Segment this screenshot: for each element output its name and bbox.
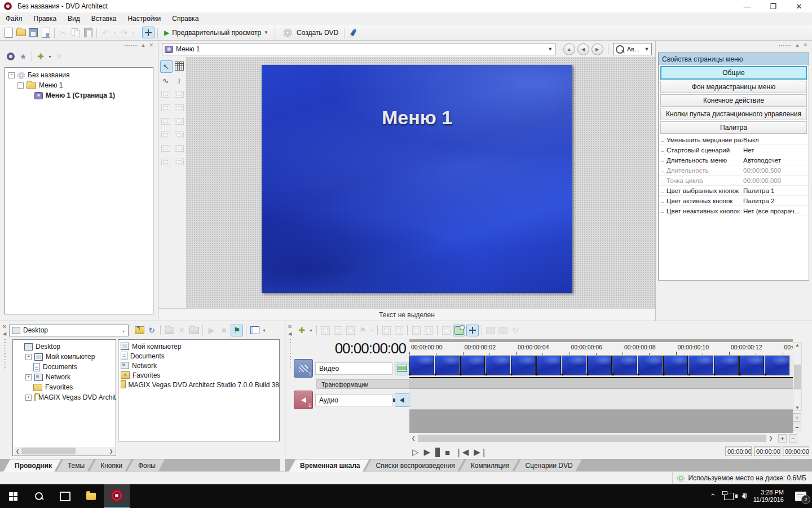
menu-Вставка[interactable]: Вставка <box>86 12 122 25</box>
undo-icon[interactable]: ↶ <box>100 27 111 38</box>
property-row[interactable]: Цвет неактивных кнопокНет (все прозрач..… <box>659 206 809 216</box>
track-zoom-in-button[interactable]: + <box>793 413 801 422</box>
audio-lane[interactable] <box>409 389 793 410</box>
draw-path-icon[interactable]: ∿ <box>160 75 171 86</box>
prop-tab-Конечное действие[interactable]: Конечное действие <box>660 94 807 107</box>
add-page-icon[interactable] <box>345 325 356 336</box>
explorer-path-selector[interactable]: Desktop ⌄ <box>9 325 129 336</box>
tab-Кнопки[interactable]: Кнопки <box>89 459 131 472</box>
same-height-icon[interactable] <box>174 129 185 141</box>
marker-dropdown-icon[interactable]: ▾ <box>369 325 374 336</box>
undo-dropdown-icon[interactable]: ▾ <box>112 27 117 38</box>
menu-Правка[interactable]: Правка <box>28 12 63 25</box>
transforms-row[interactable]: Трансформации <box>316 379 409 389</box>
property-value[interactable]: Палитра 2 <box>743 198 809 204</box>
chevron-down-icon[interactable]: ⌄ <box>119 327 128 333</box>
add-menu-icon[interactable]: ✚ <box>35 51 46 62</box>
prev-region-icon[interactable] <box>485 325 496 336</box>
file-list-item[interactable]: Мой компьютер <box>118 341 279 351</box>
expand-track-icon[interactable] <box>440 325 452 336</box>
align-left-icon[interactable] <box>160 89 171 100</box>
minimize-button[interactable]: — <box>734 0 760 12</box>
file-list-item[interactable]: Documents <box>118 351 279 361</box>
start-button[interactable] <box>0 484 26 508</box>
close-button[interactable]: ✕ <box>786 0 812 12</box>
prop-tab-Палитра[interactable]: Палитра <box>660 121 807 134</box>
explorer-tree-item[interactable]: +Network <box>13 372 116 382</box>
property-value[interactable]: Автоподсчет <box>743 157 809 164</box>
zoom-selector[interactable]: Ав... ▼ <box>613 43 652 55</box>
select-tool-icon[interactable]: ↖ <box>160 60 173 73</box>
time-value-box[interactable]: 00:00:00 <box>754 446 780 456</box>
file-explorer-button[interactable] <box>78 484 104 508</box>
transforms-lane[interactable] <box>409 378 793 389</box>
project-tree-item[interactable]: −Без названия <box>5 70 153 80</box>
new-folder-icon[interactable] <box>164 325 175 336</box>
nav-back-icon[interactable]: ◀ <box>577 43 589 55</box>
dock-grip[interactable] <box>3 338 6 370</box>
dock-collapse-icon[interactable]: ◀ <box>3 331 6 336</box>
space-down-icon[interactable] <box>174 143 185 154</box>
menu-title-text[interactable]: Меню 1 <box>262 107 572 129</box>
delete-file-icon[interactable]: ✕ <box>176 325 187 336</box>
panel-close-icon[interactable]: ✕ <box>803 42 807 48</box>
clock[interactable]: 3:28 PM 11/19/2016 <box>753 489 784 503</box>
snap-objects-icon[interactable] <box>142 27 155 38</box>
scrollbar-thumb[interactable] <box>794 365 801 389</box>
menu-selector[interactable]: ▦ Меню 1 ▼ <box>162 43 555 55</box>
prop-tab-Фон медиастраницы меню[interactable]: Фон медиастраницы меню <box>660 81 807 93</box>
theme-icon[interactable]: ★ <box>17 51 29 62</box>
panel-collapse-icon[interactable]: ▲ <box>795 42 800 48</box>
overview-icon[interactable] <box>5 51 16 62</box>
explorer-tree-item[interactable]: Favorites <box>13 382 116 392</box>
panel-collapse-icon[interactable]: ▲ <box>141 42 146 48</box>
preview-button[interactable]: ▶ Предварительный просмотр ▼ <box>160 27 272 39</box>
scrollbar-thumb[interactable] <box>418 435 766 442</box>
up-folder-icon[interactable] <box>134 325 145 336</box>
preview-dropdown-icon[interactable]: ▼ <box>264 30 268 35</box>
tree-expander-icon[interactable]: + <box>25 395 32 401</box>
notifications-button[interactable]: 2 <box>795 492 806 501</box>
tab-Темы[interactable]: Темы <box>56 459 94 472</box>
audio-track-header[interactable]: 1 Аудио <box>294 390 409 410</box>
track-zoom-out-button[interactable]: − <box>793 423 801 431</box>
property-row[interactable]: Длительность менюАвтоподсчет <box>659 155 809 165</box>
tab-Списки воспроизведения[interactable]: Списки воспроизведения <box>365 459 464 472</box>
add-to-project-icon[interactable] <box>188 325 200 336</box>
export-icon[interactable] <box>381 325 392 336</box>
project-tree-item[interactable]: ★Меню 1 (Страница 1) <box>5 90 153 100</box>
nav-up-icon[interactable]: ▲ <box>563 43 575 55</box>
stop-icon[interactable]: ■ <box>445 448 450 457</box>
panel-grip[interactable]: •••••• <box>779 43 792 48</box>
dock-close-icon[interactable]: ✕ <box>2 323 7 330</box>
scroll-right-icon[interactable]: ❯ <box>767 436 775 441</box>
menu-Справка[interactable]: Справка <box>166 12 204 25</box>
tree-expander-icon[interactable]: − <box>8 72 15 78</box>
upload-icon[interactable] <box>411 325 422 336</box>
stop-media-icon[interactable]: ■ <box>218 325 230 336</box>
property-value[interactable]: 00:00:00.500 <box>743 167 809 174</box>
property-row[interactable]: Уменьшить мерцание раз...Выкл <box>659 135 809 145</box>
edit-colors-icon[interactable] <box>348 27 359 38</box>
property-value[interactable]: Выкл <box>743 137 809 143</box>
same-width-icon[interactable] <box>160 129 171 141</box>
file-list-item[interactable]: Network <box>118 361 279 370</box>
add-slideshow-icon[interactable] <box>332 325 343 336</box>
timeline-zoom-out-button[interactable]: − <box>789 434 797 443</box>
menu-background[interactable]: Меню 1 <box>262 65 572 293</box>
center-in-page-h-icon[interactable] <box>160 156 171 168</box>
redo-icon[interactable]: ↷ <box>118 27 130 38</box>
explorer-tree-hscrollbar[interactable]: ❮ ❯ <box>14 447 115 455</box>
cut-icon[interactable]: ✂ <box>58 27 69 38</box>
menu-Вид[interactable]: Вид <box>62 12 86 25</box>
tab-Компиляция[interactable]: Компиляция <box>460 459 519 472</box>
tree-expander-icon[interactable]: − <box>17 82 24 89</box>
timeline-vscrollbar[interactable]: ▲ ▼ <box>793 342 802 411</box>
menu-Настройки[interactable]: Настройки <box>122 12 166 25</box>
menu-canvas[interactable]: Меню 1 <box>187 57 655 308</box>
open-icon[interactable] <box>15 27 27 38</box>
property-value[interactable]: Нет (все прозрач... <box>743 208 809 214</box>
tab-Фоны[interactable]: Фоны <box>127 459 165 472</box>
explorer-tree-item[interactable]: +MAGIX Vegas DVD Archit <box>13 392 116 402</box>
prop-tab-Общие[interactable]: Общие <box>660 66 807 80</box>
